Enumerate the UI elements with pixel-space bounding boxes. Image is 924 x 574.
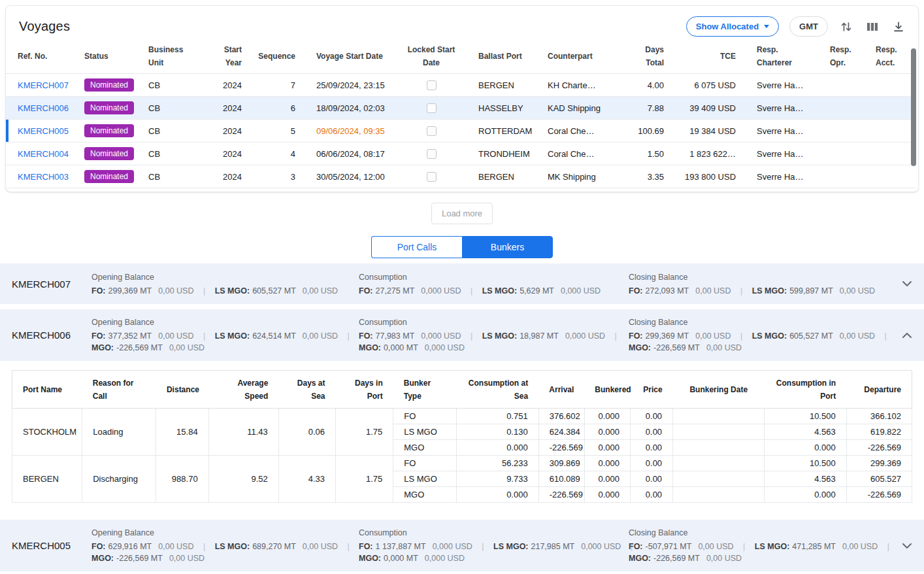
table-row[interactable]: KMERCH005 Nominated CB 2024 5 09/06/2024… [6,120,916,143]
voyage-ref-link[interactable]: KMERCH003 [18,172,69,182]
expand-chevron-icon[interactable] [900,277,914,290]
col-voyage-start-date[interactable]: Voyage Start Date [306,39,395,74]
locked-start-date-checkbox[interactable] [427,149,437,159]
bunker-section-kmerch005[interactable]: KMERCH005 Opening Balance FO:629,916 MT0… [0,520,924,571]
cell-departure: -226.569 [846,440,912,456]
cell-consumption-at-sea: 0.000 [457,487,538,503]
opening-balance-group: Opening Balance FO:629,916 MT0,00 USD | … [91,527,359,564]
cell-counterpart: Coral Che… [537,143,617,165]
cell-status: Nominated [74,97,138,120]
cell-business-unit: CB [138,165,212,188]
col-resp-charterer[interactable]: Resp. Charterer [746,39,819,74]
table-row[interactable]: KMERCH006 Nominated CB 2024 6 18/09/2024… [6,97,916,120]
voyage-ref-link[interactable]: KMERCH005 [18,126,69,136]
table-row[interactable]: KMERCH007 Nominated CB 2024 7 25/09/2024… [6,74,916,97]
cell-resp-acct [870,165,916,188]
show-allocated-dropdown[interactable]: Show Allocated [686,16,779,37]
col-resp-acct[interactable]: Resp. Acct. [870,39,916,74]
cell-distance: 15.84 [156,409,208,456]
col-status[interactable]: Status [74,39,138,74]
locked-start-date-checkbox[interactable] [427,172,437,182]
cell-business-unit: CB [138,97,212,120]
col-distance: Distance [156,371,208,409]
cell-resp-opr [819,74,870,97]
cell-status: Nominated [74,74,138,97]
cell-ballast-port: HASSELBY [468,97,537,120]
cell-price: 0.00 [630,471,672,487]
col-locked-start-date[interactable]: Locked Start Date [395,39,468,74]
tab-port-calls[interactable]: Port Calls [371,236,462,258]
vertical-scrollbar[interactable] [911,48,916,166]
cell-bunker-type: LS MGO [393,471,457,487]
closing-balance-group: Closing Balance FO:272,093 MT0,00 USD | … [629,271,890,297]
voyages-card: Voyages Show Allocated GMT [5,5,919,192]
cell-bunker-type: MGO [393,440,457,456]
locked-start-date-checkbox[interactable] [427,126,437,136]
expand-chevron-icon[interactable] [900,539,914,552]
cell-port-name: STOCKHOLM [12,409,82,456]
cell-price: 0.00 [630,456,672,471]
columns-icon[interactable] [865,19,880,35]
bunker-section-kmerch007[interactable]: KMERCH007 Opening Balance FO:299,369 MT0… [0,263,924,304]
col-ref-no[interactable]: Ref. No. [6,39,74,74]
col-counterpart[interactable]: Counterpart [537,39,617,74]
cell-start-year: 2024 [212,74,247,97]
cell-status: Nominated [74,143,138,165]
cell-ballast-port: BERGEN [468,165,537,188]
collapse-chevron-icon[interactable] [900,329,914,342]
cell-days-at-sea: 0.06 [278,409,335,456]
bunker-header-row: Port Name Reason for Call Distance Avera… [12,371,912,409]
col-sequence[interactable]: Sequence [247,39,306,74]
page-title: Voyages [19,19,70,34]
voyage-ref-link[interactable]: KMERCH007 [18,80,69,90]
show-allocated-label: Show Allocated [696,22,759,31]
col-tce[interactable]: TCE [674,39,746,74]
cell-counterpart: MK Shipping [537,165,617,188]
sort-icon[interactable] [838,19,854,35]
voyage-ref-link[interactable]: KMERCH006 [18,103,69,113]
timezone-button[interactable]: GMT [789,16,828,37]
cell-arrival: 309.869 [538,456,584,471]
status-badge: Nominated [84,78,134,92]
cell-bunkered: 0.000 [584,440,630,456]
col-ballast-port[interactable]: Ballast Port [468,39,537,74]
locked-start-date-checkbox[interactable] [427,80,437,90]
cell-days-in-port: 1.75 [336,456,393,503]
tab-bunkers[interactable]: Bunkers [462,236,553,258]
col-departure: Departure [846,371,912,409]
cell-resp-acct [870,97,916,120]
table-row[interactable]: KMERCH003 Nominated CB 2024 3 30/05/2024… [6,165,916,188]
col-days-total[interactable]: Days Total [617,39,674,74]
col-bunker-type: Bunker Type [393,371,457,409]
voyage-ref-link[interactable]: KMERCH004 [18,149,69,159]
cell-arrival: -226.569 [538,487,584,503]
load-more-button[interactable]: Load more [431,203,493,224]
download-icon[interactable] [891,19,906,35]
cell-start-year: 2024 [212,120,247,143]
cell-ref: KMERCH006 [6,97,74,120]
cell-resp-acct [870,74,916,97]
cell-locked [395,165,468,188]
col-start-year[interactable]: Start Year [212,39,247,74]
cell-ballast-port: TRONDHEIM [468,143,537,165]
locked-start-date-checkbox[interactable] [427,103,437,113]
table-row[interactable]: KMERCH004 Nominated CB 2024 4 06/06/2024… [6,143,916,165]
cell-consumption-at-sea: 0.130 [457,424,538,440]
bunker-section-kmerch006[interactable]: KMERCH006 Opening Balance FO:377,352 MT0… [0,309,924,361]
cell-counterpart: Coral Che… [537,120,617,143]
cell-voyage-start-date: 06/06/2024, 08:17 [306,143,395,165]
cell-bunker-type: MGO [393,487,457,503]
cell-bunkering-date [673,471,765,487]
col-resp-opr[interactable]: Resp. Opr. [819,39,870,74]
cell-ballast-port: ROTTERDAM [468,120,537,143]
cell-ballast-port: BERGEN [468,74,537,97]
cell-status: Nominated [74,120,138,143]
cell-arrival: 624.384 [538,424,584,440]
col-business-unit[interactable]: Business Unit [138,39,212,74]
cell-consumption-in-port: 4.563 [765,424,846,440]
cell-resp-acct [870,120,916,143]
closing-balance-group: Closing Balance FO:299,369 MT0,00 USD | … [629,316,890,354]
closing-balance-group: Closing Balance FO:-507,971 MT0,00 USD |… [629,527,890,564]
cell-bunkered: 0.000 [584,471,630,487]
cell-business-unit: CB [138,143,212,165]
